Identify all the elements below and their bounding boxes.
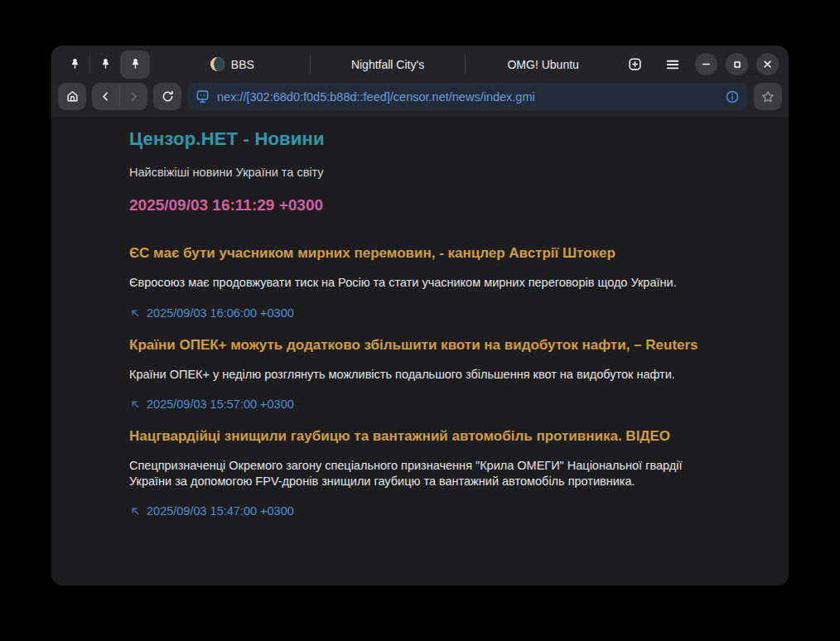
pinned-tab-1[interactable]: [60, 51, 89, 79]
pin-icon: [99, 58, 112, 70]
page-subtitle: Найсвіжіші новини України та світу: [129, 166, 684, 179]
reload-button[interactable]: [153, 83, 181, 110]
article-title: ЄС має бути учасником мирних перемовин, …: [129, 245, 756, 262]
title-bar: BBS Nightfall City's OMG! Ubuntu: [51, 46, 789, 83]
article-title: Країни ОПЕК+ можуть додатково збільшити …: [129, 337, 756, 354]
tab-label: OMG! Ubuntu: [507, 58, 578, 71]
article-link[interactable]: 2025/09/03 15:47:00 +0300: [129, 504, 294, 518]
new-tab-button[interactable]: [620, 51, 649, 79]
menu-button[interactable]: [659, 51, 687, 79]
tab-label: BBS: [231, 58, 254, 71]
maximize-button[interactable]: [726, 53, 748, 75]
article-link[interactable]: 2025/09/03 16:06:00 +0300: [129, 306, 294, 320]
back-icon: [99, 90, 112, 103]
maximize-icon: [732, 60, 742, 70]
article-title: Нацгвардійці знищили гаубицю та вантажни…: [129, 428, 756, 445]
new-tab-icon: [627, 56, 643, 72]
tab-bbs[interactable]: BBS: [155, 46, 310, 83]
reload-icon: [161, 89, 175, 104]
news-article: Нацгвардійці знищили гаубицю та вантажни…: [129, 428, 756, 518]
tab-nightfall-citys[interactable]: Nightfall City's: [311, 46, 466, 83]
updated-timestamp: 2025/09/03 16:11:29 +0300: [129, 196, 756, 214]
forward-icon: [128, 90, 140, 103]
url-bar[interactable]: [187, 83, 748, 110]
article-link[interactable]: 2025/09/03 15:57:00 +0300: [129, 398, 294, 411]
home-icon: [65, 89, 80, 104]
close-icon: [762, 59, 773, 70]
pinned-tab-3-active[interactable]: [120, 51, 150, 79]
info-icon[interactable]: [725, 89, 740, 104]
menu-icon: [664, 56, 681, 73]
tab-omg-ubuntu[interactable]: OMG! Ubuntu: [466, 46, 620, 83]
article-link-label: 2025/09/03 16:06:00 +0300: [147, 306, 294, 320]
pin-icon: [129, 58, 142, 70]
forward-button[interactable]: [120, 83, 147, 110]
url-input[interactable]: [217, 90, 718, 104]
news-article: Країни ОПЕК+ можуть додатково збільшити …: [129, 337, 756, 412]
article-summary: Євросоюз має продовжувати тиск на Росію …: [129, 275, 684, 291]
article-link-label: 2025/09/03 15:47:00 +0300: [147, 504, 294, 518]
page-title: Цензор.НЕТ - Новини: [129, 128, 756, 150]
pinned-tab-2[interactable]: [90, 51, 120, 79]
article-summary: Країни ОПЕК+ у неділю розглянуть можливі…: [129, 367, 684, 383]
minimize-icon: [701, 59, 712, 70]
home-button[interactable]: [58, 83, 86, 110]
link-arrow-icon: [129, 398, 141, 410]
page-content: Цензор.НЕТ - Новини Найсвіжіші новини Ук…: [51, 117, 789, 586]
back-button[interactable]: [92, 83, 119, 110]
article-link-label: 2025/09/03 15:57:00 +0300: [147, 398, 294, 411]
history-buttons: [92, 83, 147, 110]
browser-window: BBS Nightfall City's OMG! Ubuntu: [51, 46, 789, 586]
article-summary: Спецпризначенці Окремого загону спеціаль…: [129, 458, 684, 489]
navigation-bar: [51, 83, 789, 117]
minimize-button[interactable]: [695, 53, 717, 75]
terminal-icon: [195, 89, 210, 104]
pin-icon: [69, 58, 81, 70]
tab-strip: BBS Nightfall City's OMG! Ubuntu: [155, 46, 620, 83]
tab-label: Nightfall City's: [351, 58, 424, 71]
news-article: ЄС має бути учасником мирних перемовин, …: [129, 245, 756, 320]
link-arrow-icon: [129, 505, 141, 517]
bookmark-button[interactable]: [754, 83, 782, 110]
close-button[interactable]: [756, 53, 779, 75]
moon-icon: [210, 57, 224, 71]
star-icon: [760, 89, 775, 104]
link-arrow-icon: [129, 307, 141, 319]
